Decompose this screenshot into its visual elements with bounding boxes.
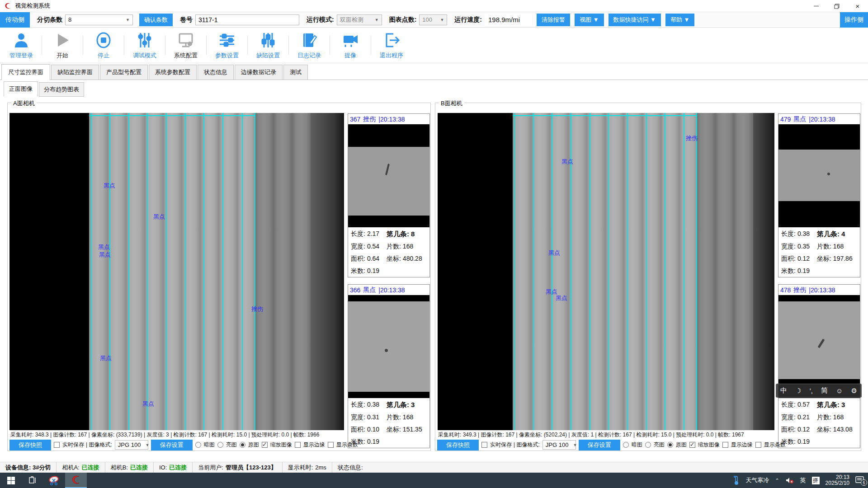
show-edge-checkbox[interactable]	[722, 442, 728, 448]
image-format-select[interactable]: JPG 100▼	[115, 440, 148, 450]
status-message: 状态信息:	[332, 462, 368, 473]
main-tab-bar: 尺寸监控界面 缺陷监控界面 产品型号配置 系统参数配置 状态信息 边缘数据记录 …	[0, 66, 868, 80]
tab-size-monitor[interactable]: 尺寸监控界面	[1, 64, 50, 80]
raw-image-radio[interactable]	[240, 442, 245, 448]
admin-login-button[interactable]: 管理登录	[2, 28, 41, 63]
vertical-sliders-icon	[136, 31, 154, 49]
tab-system-param-config[interactable]: 系统参数配置	[149, 65, 197, 80]
roll-number-input[interactable]	[195, 14, 299, 25]
top-toolbar: 传动侧 分切条数 8▼ 确认条数 卷号 运行模式: 双面检测▼ 图表点数: 10…	[0, 12, 868, 28]
weather-text[interactable]: 天气寒冷	[745, 476, 769, 484]
scissors-icon	[49, 475, 60, 485]
tab-distribution-trend-chart[interactable]: 分布趋势图表	[39, 82, 84, 97]
defect-stats: 长度:2.17 第几条:8 宽度:0.54 片数:168 面积:0.64 坐标:…	[348, 227, 429, 277]
task-view-button[interactable]	[22, 473, 43, 488]
punctuation-icon[interactable]: ’,	[810, 387, 813, 394]
drive-side-button[interactable]: 传动侧	[0, 12, 30, 28]
emoji-icon[interactable]: ☺	[836, 387, 843, 394]
zoom-image-checkbox[interactable]	[262, 442, 268, 448]
snipping-tool-button[interactable]	[43, 473, 65, 488]
defect-label: 挫伤	[686, 134, 698, 142]
restore-button[interactable]	[826, 0, 847, 12]
strip-count-select[interactable]: 8▼	[65, 14, 133, 25]
operate-side-button[interactable]: 操作侧	[840, 12, 868, 28]
taskbar-clock[interactable]: 20:13 2025/2/10	[826, 474, 849, 486]
defect-entry[interactable]: 479黑点|20:13:38 长度:0.38 第几条:4 宽度:0.35 片数:…	[778, 113, 860, 277]
tab-status-info[interactable]: 状态信息	[198, 65, 234, 80]
realtime-save-checkbox[interactable]	[54, 442, 60, 448]
help-menu-button[interactable]: 帮助 ▼	[665, 14, 694, 26]
run-speed-label: 运行速度:	[454, 16, 482, 24]
notification-center-button[interactable]: 6	[855, 476, 865, 484]
tab-front-image[interactable]: 正面图像	[4, 81, 38, 97]
show-count-checkbox[interactable]	[328, 442, 334, 448]
defect-thumbnail[interactable]	[348, 124, 429, 227]
camera-a-image[interactable]: 黑点 黑点 黑点 黑点 挫伤 黑点 黑点	[9, 113, 344, 430]
start-button[interactable]: 开始	[43, 28, 82, 63]
save-snapshot-button[interactable]: 保存快照	[437, 440, 479, 450]
zoom-image-checkbox[interactable]	[689, 442, 695, 448]
defect-thumbnail[interactable]	[778, 124, 860, 227]
defect-entry[interactable]: 367挫伤|20:13:38 长度:2.17 第几条:8 宽度:0.54 片数:…	[348, 113, 430, 277]
horizontal-sliders-icon	[218, 31, 236, 49]
language-indicator[interactable]: 英	[800, 476, 806, 484]
show-edge-checkbox[interactable]	[295, 442, 301, 448]
display-time: 显示耗时:2ms	[283, 462, 332, 473]
moon-icon[interactable]: ☽	[795, 387, 801, 395]
raw-image-radio[interactable]	[667, 442, 673, 448]
camera-b-controls: 保存快照 实时保存 | 图像格式: JPG 100▼ 保存设置 暗图 亮图 原图…	[437, 439, 786, 450]
image-format-select[interactable]: JPG 100▼	[542, 440, 576, 450]
chart-points-select[interactable]: 100▼	[419, 14, 447, 25]
save-settings-button[interactable]: 保存设置	[151, 440, 193, 450]
inspection-app-taskbar-button[interactable]	[65, 473, 87, 488]
tray-expand-chevron[interactable]: ⌃	[775, 478, 779, 483]
ime-indicator[interactable]: 拼	[812, 477, 820, 484]
defect-entry-header: 367挫伤|20:13:38	[348, 114, 429, 124]
save-snapshot-button[interactable]: 保存快照	[9, 440, 51, 450]
capture-image-button[interactable]: 提像	[331, 28, 370, 63]
tab-edge-data-record[interactable]: 边缘数据记录	[235, 65, 283, 80]
defect-thumbnail[interactable]	[348, 295, 429, 398]
tab-test[interactable]: 测试	[283, 65, 308, 80]
tab-product-model-config[interactable]: 产品型号配置	[100, 65, 148, 80]
dark-image-radio[interactable]	[623, 442, 629, 448]
confirm-count-button[interactable]: 确认条数	[139, 14, 173, 26]
view-menu-button[interactable]: 视图 ▼	[575, 14, 604, 26]
debug-mode-button[interactable]: 调试模式	[125, 28, 164, 63]
data-quick-access-menu-button[interactable]: 数据快捷访问 ▼	[609, 14, 661, 26]
thermometer-icon[interactable]	[733, 475, 740, 485]
close-button[interactable]: ×	[847, 0, 868, 12]
run-mode-select[interactable]: 双面检测▼	[337, 14, 382, 25]
dark-image-radio[interactable]	[195, 442, 201, 448]
system-config-button[interactable]: 系统配置	[166, 28, 205, 63]
camera-a-group: A面相机 黑点 黑点 黑点 黑点 挫伤 黑点 黑点 367挫伤|20:13:38…	[7, 103, 431, 451]
defect-entry-header: 479黑点|20:13:38	[778, 114, 860, 124]
ime-mode-chinese[interactable]: 中	[780, 386, 787, 395]
bright-image-radio[interactable]	[645, 442, 651, 448]
show-count-checkbox[interactable]	[755, 442, 761, 448]
run-speed-value: 198.9m/mi	[485, 14, 532, 26]
camera-b-image[interactable]: 挫伤 黑点 黑点 黑点 黑点	[438, 113, 774, 430]
simplified-chinese-icon[interactable]: 简	[821, 386, 828, 395]
realtime-save-checkbox[interactable]	[481, 442, 487, 448]
save-settings-button[interactable]: 保存设置	[579, 440, 620, 450]
defect-settings-button[interactable]: 缺陷设置	[249, 28, 288, 63]
defect-label: 黑点	[556, 294, 567, 302]
gear-icon[interactable]: ⚙	[851, 387, 857, 395]
start-button[interactable]	[0, 473, 22, 488]
bright-image-radio[interactable]	[217, 442, 223, 448]
parameter-settings-button[interactable]: 参数设置	[208, 28, 246, 63]
stop-button[interactable]: 停止	[84, 28, 123, 63]
volume-muted-icon[interactable]	[785, 477, 794, 484]
defect-entry[interactable]: 366黑点|20:13:38 长度:0.38 第几条:3 宽度:0.31 片数:…	[348, 284, 430, 448]
defect-stats: 长度:0.38 第几条:4 宽度:0.35 片数:168 面积:0.12 坐标:…	[778, 227, 860, 277]
tab-defect-monitor[interactable]: 缺陷监控界面	[51, 65, 99, 80]
log-record-button[interactable]: 日志记录	[290, 28, 329, 63]
defect-entry[interactable]: 478挫伤|20:13:38 长度:0.57 第几条:3 宽度:0.21 片数:…	[778, 284, 860, 448]
defect-thumbnail[interactable]	[778, 295, 860, 398]
minimize-button[interactable]	[806, 0, 826, 12]
defect-label: 挫伤	[251, 305, 263, 313]
app-logo-icon	[4, 2, 11, 9]
exit-program-button[interactable]: 退出程序	[372, 28, 411, 63]
clear-alarm-button[interactable]: 清除报警	[537, 14, 570, 26]
